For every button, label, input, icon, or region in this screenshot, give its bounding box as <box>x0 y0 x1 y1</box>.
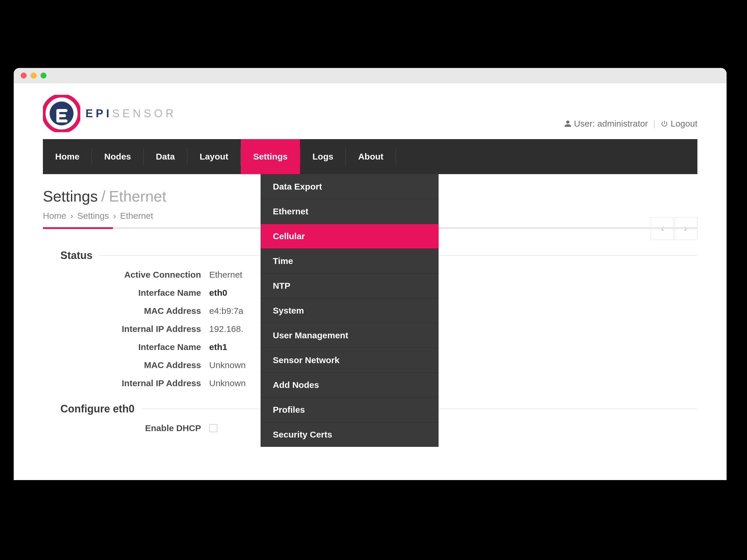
label-interface-name-0: Interface Name <box>43 288 209 298</box>
app-window: EPISENSOR User: administrator | Logout <box>14 68 727 480</box>
brand-wordmark: EPISENSOR <box>85 107 177 120</box>
logout-link[interactable]: Logout <box>661 119 697 129</box>
checkbox-enable-dhcp[interactable] <box>209 424 217 432</box>
main-nav: Home Nodes Data Layout Settings Logs Abo… <box>43 139 697 174</box>
nav-logs[interactable]: Logs <box>300 139 346 174</box>
settings-dropdown: Data Export Ethernet Cellular Time NTP S… <box>261 174 439 447</box>
dd-system[interactable]: System <box>261 298 439 323</box>
label-enable-dhcp: Enable DHCP <box>43 423 209 433</box>
value-interface-name-0: eth0 <box>209 288 227 298</box>
window-close-button[interactable] <box>21 73 27 78</box>
label-mac-0: MAC Address <box>43 306 209 316</box>
dd-time[interactable]: Time <box>261 248 439 273</box>
value-active-connection: Ethernet <box>209 270 242 280</box>
value-ip-0: 192.168. <box>209 324 243 334</box>
nav-layout[interactable]: Layout <box>187 139 240 174</box>
nav-data[interactable]: Data <box>144 139 187 174</box>
label-interface-name-1: Interface Name <box>43 342 209 352</box>
dd-sensor-network[interactable]: Sensor Network <box>261 348 439 372</box>
label-mac-1: MAC Address <box>43 360 209 370</box>
dd-ntp[interactable]: NTP <box>261 273 439 298</box>
crumb-home[interactable]: Home <box>43 211 66 221</box>
label-ip-1: Internal IP Address <box>43 378 209 388</box>
value-interface-name-1: eth1 <box>209 342 227 352</box>
current-user-label: User: administrator <box>564 119 648 129</box>
dd-user-management[interactable]: User Management <box>261 323 439 348</box>
dd-ethernet[interactable]: Ethernet <box>261 199 439 224</box>
window-minimize-button[interactable] <box>31 73 36 78</box>
section-heading-configure: Configure eth0 <box>60 403 134 415</box>
value-ip-1: Unknown <box>209 378 246 388</box>
crumb-sep: › <box>113 211 116 221</box>
nav-about[interactable]: About <box>346 139 396 174</box>
dd-profiles[interactable]: Profiles <box>261 397 439 422</box>
separator: | <box>653 119 655 129</box>
value-mac-1: Unknown <box>209 360 246 370</box>
nav-home[interactable]: Home <box>43 139 92 174</box>
label-active-connection: Active Connection <box>43 270 209 280</box>
label-ip-0: Internal IP Address <box>43 324 209 334</box>
window-titlebar <box>14 68 727 83</box>
dd-cellular[interactable]: Cellular <box>261 224 439 248</box>
dd-security-certs[interactable]: Security Certs <box>261 422 439 447</box>
power-icon <box>661 120 668 128</box>
window-maximize-button[interactable] <box>41 73 46 78</box>
brand-logo: EPISENSOR <box>43 95 177 132</box>
crumb-ethernet[interactable]: Ethernet <box>120 211 153 221</box>
nav-settings[interactable]: Settings <box>241 139 300 174</box>
crumb-sep: › <box>70 211 73 221</box>
user-icon <box>564 120 572 128</box>
dd-add-nodes[interactable]: Add Nodes <box>261 372 439 397</box>
value-mac-0: e4:b9:7a <box>209 306 243 316</box>
logo-icon <box>43 95 80 132</box>
section-heading-status: Status <box>60 249 93 262</box>
nav-nodes[interactable]: Nodes <box>92 139 143 174</box>
dd-data-export[interactable]: Data Export <box>261 174 439 199</box>
crumb-settings[interactable]: Settings <box>77 211 109 221</box>
